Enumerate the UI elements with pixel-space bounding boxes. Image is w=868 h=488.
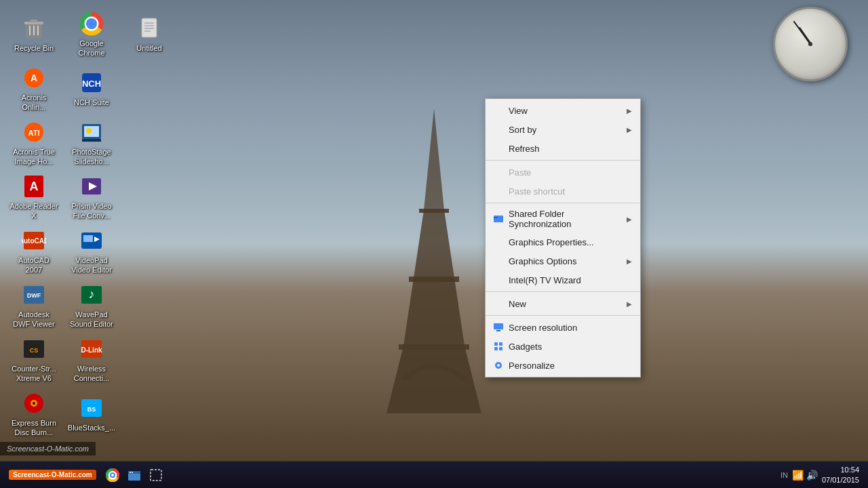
ctx-graphics-properties[interactable]: Graphics Properties... (486, 232, 640, 251)
ctx-sep-3 (486, 291, 640, 292)
ctx-paste-shortcut-label: Paste shortcut (509, 186, 565, 197)
ctx-graphics-options[interactable]: Graphics Options ▶ (486, 251, 640, 270)
ctx-sort-by-icon (492, 123, 505, 136)
autocad-icon: AutoCAD (20, 227, 47, 254)
svg-marker-0 (424, 108, 444, 210)
taskbar-clock[interactable]: 10:54 07/01/2015 (822, 465, 859, 485)
context-menu: View ▶ Sort by ▶ Refresh Paste Paste sho… (485, 98, 641, 378)
ctx-paste-label: Paste (509, 167, 531, 178)
ctx-sep-4 (486, 315, 640, 316)
ctx-screen-resolution-label: Screen resolution (509, 323, 577, 333)
nch-suite-label: NCH Suite (74, 98, 109, 107)
ctx-screen-resolution[interactable]: Screen resolution (486, 318, 640, 337)
wireless-label: Wireless Connecti... (67, 365, 116, 382)
desktop-icon-nch-suite[interactable]: NCH NCH Suite (64, 61, 119, 115)
svg-point-30 (86, 128, 92, 134)
desktop: Recycle Bin Google Chrome Untitled A (0, 0, 868, 488)
ctx-view[interactable]: View ▶ (486, 101, 640, 120)
taskbar-right: IN 📶 🔊 10:54 07/01/2015 (781, 465, 865, 485)
eiffel-tower-decoration (366, 108, 502, 413)
ctx-paste-icon (492, 166, 505, 178)
recycle-bin-label: Recycle Bin (14, 44, 54, 53)
google-chrome-label: Google Chrome (67, 39, 116, 57)
desktop-icon-wavepad[interactable]: ♪ WavePad Sound Editor (64, 278, 119, 332)
screencast-logo: Screencast-O-Matic.com (9, 470, 96, 480)
svg-marker-2 (403, 278, 465, 346)
icon-row-7: Express Burn Disc Burn... BS BlueStacks_… (7, 386, 176, 441)
taskbar-start-area[interactable]: Screencast-O-Matic.com (3, 467, 102, 483)
desktop-icon-prism-video[interactable]: Prism Video File Conv... (64, 169, 119, 224)
svg-text:BS: BS (87, 406, 96, 413)
svg-rect-71 (151, 470, 161, 481)
ctx-graphics-options-icon (492, 255, 505, 267)
counter-strike-icon: CS (20, 336, 47, 363)
ctx-sep-1 (486, 160, 640, 161)
autodesk-label: Autodesk DWF Viewer (9, 310, 58, 328)
ctx-sort-by-label: Sort by (509, 125, 536, 135)
svg-rect-58 (494, 342, 498, 346)
clock-center (808, 42, 812, 46)
ctx-shared-folder-arrow: ▶ (627, 216, 632, 223)
ctx-personalize[interactable]: Personalize (486, 356, 640, 375)
autocad-label: AutoCAD 2007 (9, 256, 58, 274)
icon-row-4: AutoCAD AutoCAD 2007 VideoPad Video Edit… (7, 224, 176, 278)
svg-rect-55 (494, 217, 498, 218)
ctx-graphics-properties-icon (492, 236, 505, 248)
clock-face (773, 7, 848, 81)
adobe-reader-label: Adobe Reader X (9, 202, 58, 220)
volume-tray-icon[interactable]: 🔊 (806, 470, 818, 481)
ctx-sep-2 (486, 203, 640, 203)
ctx-intel-tv[interactable]: Intel(R) TV Wizard (486, 270, 640, 289)
ctx-new[interactable]: New ▶ (486, 294, 640, 313)
desktop-icon-acronis-true[interactable]: ATI Acronis True Image Ho... (7, 115, 61, 169)
acronis-true-label: Acronis True Image Ho... (9, 148, 58, 165)
ctx-personalize-icon (492, 359, 505, 371)
ctx-new-icon (492, 298, 505, 310)
desktop-icon-photostage[interactable]: PhotoStage Slidesho... (64, 115, 119, 169)
network-tray-icon[interactable]: 📶 (792, 470, 804, 481)
clock-widget (773, 7, 848, 81)
desktop-icon-bluestacks[interactable]: BS BlueStacks_... (64, 386, 119, 441)
desktop-icon-express-burn[interactable]: Express Burn Disc Burn... (7, 386, 61, 441)
icon-row-2: ATI Acronis True Image Ho... PhotoStage … (7, 115, 176, 169)
ctx-graphics-options-arrow: ▶ (627, 258, 632, 265)
svg-marker-31 (82, 139, 101, 142)
ctx-gadgets-icon (492, 340, 505, 352)
desktop-icon-videopad[interactable]: VideoPad Video Editor (64, 224, 119, 278)
svg-rect-54 (494, 216, 503, 222)
wavepad-label: WavePad Sound Editor (67, 310, 116, 328)
taskbar-time-display: 10:54 (822, 465, 859, 474)
desktop-icon-autodesk[interactable]: DWF Autodesk DWF Viewer (7, 278, 61, 332)
desktop-icon-recycle-bin[interactable]: Recycle Bin (7, 7, 61, 61)
ctx-view-icon (492, 104, 505, 117)
taskbar-selection-icon[interactable] (145, 464, 167, 486)
desktop-icon-acronis-online[interactable]: A Acronis Onlin... (7, 61, 61, 115)
desktop-icon-autocad[interactable]: AutoCAD AutoCAD 2007 (7, 224, 61, 278)
taskbar-explorer-icon[interactable] (123, 464, 145, 486)
desktop-icon-untitled[interactable]: Untitled (122, 7, 176, 61)
desktop-icon-google-chrome[interactable]: Google Chrome (64, 7, 119, 61)
desktop-icon-counter-strike[interactable]: CS Counter-Str... Xtreme V6 (7, 332, 61, 386)
ctx-shared-folder-icon (492, 213, 505, 225)
taskbar-chrome-icon[interactable] (102, 464, 123, 486)
ctx-personalize-label: Personalize (509, 361, 555, 371)
svg-point-70 (132, 472, 133, 473)
screencast-logo-text: Screencast-O-Matic.com (13, 471, 92, 479)
svg-marker-1 (414, 210, 454, 278)
acronis-online-icon: A (20, 64, 47, 92)
ctx-shared-folder[interactable]: Shared Folder Synchronization ▶ (486, 205, 640, 232)
ctx-refresh-label: Refresh (509, 144, 540, 154)
ctx-refresh[interactable]: Refresh (486, 139, 640, 158)
svg-point-63 (497, 364, 500, 367)
desktop-icon-adobe-reader[interactable]: A Adobe Reader X (7, 169, 61, 224)
counter-strike-label: Counter-Str... Xtreme V6 (9, 365, 58, 382)
svg-rect-9 (31, 20, 37, 22)
svg-text:NCH: NCH (82, 79, 101, 89)
svg-rect-4 (419, 209, 449, 213)
ctx-gadgets[interactable]: Gadgets (486, 337, 640, 356)
ctx-new-label: New (509, 299, 526, 309)
ctx-gadgets-label: Gadgets (509, 342, 542, 352)
ctx-sort-by[interactable]: Sort by ▶ (486, 120, 640, 139)
desktop-icon-wireless[interactable]: D-Link Wireless Connecti... (64, 332, 119, 386)
ctx-view-arrow: ▶ (627, 107, 632, 115)
